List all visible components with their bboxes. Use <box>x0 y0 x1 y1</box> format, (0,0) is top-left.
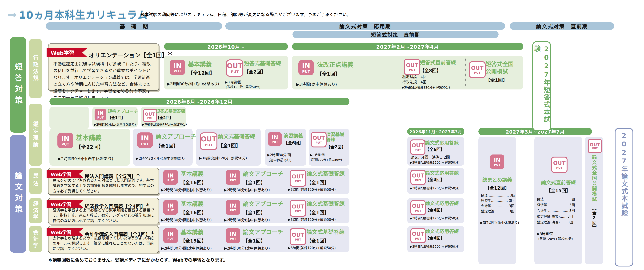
panel-kantei-kihon: INPUT 基本講義 【全22回】 ▶2時間30分/回(途中休憩あり) <box>50 129 130 166</box>
divider <box>221 228 221 250</box>
subject-tab-minpo: 民法 <box>29 168 42 194</box>
divider <box>286 170 286 192</box>
course-duration: (答練120分+解説50分) <box>311 157 342 161</box>
course-count: 【全1回】 <box>156 142 178 149</box>
webbox-title: オリエンテーション【全1回】＊ <box>89 50 172 59</box>
input-badge: INPUT <box>226 200 240 215</box>
detail-line: 鑑定理論(演習)…… 3回 <box>537 219 575 225</box>
panel-enshu-kiso: OUTPUT 演習基礎答練 【全2回】 ▶3時間/回 (答練120分+解説50分… <box>309 129 350 166</box>
course-count: 【全6回】 <box>425 146 445 152</box>
course-title: 論文式応用答練 <box>425 170 459 176</box>
subject-tab-keizaigaku: 経済学 <box>29 198 42 223</box>
input-badge: INPUT <box>226 228 240 243</box>
course-count: 【全22回】 <box>76 143 104 150</box>
course-title: 短答式直前答練 <box>420 60 456 66</box>
course-count: 【全13回】 <box>180 237 206 244</box>
subject-label: 経済学 <box>32 201 40 221</box>
output-badge: OUTPUT <box>290 170 306 187</box>
course-duration: ▶3時間/回(答練120分+解説50分) <box>410 186 460 190</box>
course-title: 論文式基礎答練 <box>306 171 345 177</box>
phase-bar-kiso: 基 礎 期 <box>46 22 222 30</box>
input-badge: INPUT <box>298 60 314 75</box>
course-count: 【全4回】 <box>425 207 445 213</box>
course-title: 論文式基礎答練 <box>306 201 345 207</box>
course-detail: 行政法規…4回 <box>402 79 426 85</box>
tab-tanto-label: 短答対策 <box>13 63 24 107</box>
divider <box>221 170 221 192</box>
course-title: 短答式基礎答練 <box>244 60 281 66</box>
subject-tab-kaikeigaku: 会計学 <box>29 226 42 252</box>
course-count: 【全1回】 <box>218 142 241 149</box>
panel-enshu-kogi: INPUT 演習講義 【全6回】 ▶2時間30分/回 (途中休憩あり) <box>265 129 306 166</box>
detail-line: 会計学 ……………… 3回 <box>537 208 575 214</box>
course-count: 【全2回】 <box>326 144 346 149</box>
course-duration: ▶3時間/回 <box>310 152 325 157</box>
panel-gyosei-kiso: INPUT 基本講義 【全12回】 ▶2時間30分/回 (途中休憩あり) OUT… <box>164 56 288 90</box>
course-duration: ▶3時間(答練120分+解説50分) <box>288 187 336 192</box>
panel-ronbun-chokuzen: OUTPUT 論文式直前答練 【全15回】 民法 ………………… 3回 経済学 … <box>534 136 582 265</box>
course-title: 論文アプローチ <box>243 201 283 207</box>
course-duration: ▶3時間/回 <box>225 79 242 84</box>
detail-line: 民法 ……………… 3回 <box>481 193 516 198</box>
webbox-body: 民法を初めて学習される方を対象とした入門講義です。基本講義を学習する上での前提知… <box>53 178 154 194</box>
subject-tab-gyoseihoki: 行政法規 <box>29 39 42 98</box>
course-title: 演習基礎答練 <box>326 132 348 142</box>
output-badge: OUTPUT <box>551 156 568 173</box>
webbox-body: 不動産鑑定士試験は試験科目が多岐にわたり、複数の科目を並行して学習できるかが重要… <box>53 61 154 101</box>
course-title: 論文アプローチ <box>243 229 283 236</box>
course-title: 基本講義 <box>188 61 212 68</box>
course-detail: 鑑定理論…4回 <box>402 74 426 79</box>
detail-line: 経済学 ……………… 3回 <box>537 202 575 208</box>
course-title: 論文式応用答練 <box>425 140 459 146</box>
webbox-keizai: Web学習 経済数学入門講義【全4回】＊ 経済学を学習する上で必要となる数学知識… <box>48 198 159 224</box>
course-duration: (答練120分+解説50分) <box>226 84 260 89</box>
course-duration: ▶3時間(答練120分+解説50分) <box>199 155 247 160</box>
output-badge: OUTPUT <box>588 139 602 153</box>
course-duration: (途中休憩あり) <box>269 157 291 162</box>
row-minpo: INPUT 基本講義 【全16回】 ▶2時間30分/回(途中休憩あり) INPU… <box>159 168 350 194</box>
panel-minpo-oyo: OUTPUT 論文式応用答練 【全4回】 ▶3時間/回(答練120分+解説50分… <box>407 168 464 194</box>
course-count: 【全1回】 <box>317 70 340 77</box>
exam-box-tanto: 2027年短答式本試験 <box>532 41 551 131</box>
course-count: 【全16回】 <box>180 209 206 216</box>
course-duration: ▶3時間(答練120分+解説50分) <box>288 245 336 250</box>
input-badge: INPUT <box>490 154 504 169</box>
course-count: 【全1回】 <box>306 209 329 216</box>
detail-line: 民法 ………………… 3回 <box>537 196 575 202</box>
course-count: 【全12回】 <box>188 69 215 76</box>
course-count: 【全2回】 <box>591 206 597 230</box>
footnote: ＊講義回数に含めておりません。受講メディアにかかわらず、Webでの学習となります… <box>48 257 228 263</box>
course-count: 【全1回】 <box>243 179 266 186</box>
course-title: 論文式直前答練 <box>534 180 582 185</box>
web-ribbon: Web学習 <box>46 170 83 178</box>
course-title-text: 論文式全国公開模試 <box>591 154 597 202</box>
output-badge: OUTPUT <box>226 59 243 77</box>
output-badge: OUTPUT <box>311 132 326 147</box>
phase-bar-oyo: 論文式対策 応用期 <box>225 22 505 30</box>
output-badge: OUTPUT <box>410 170 426 185</box>
course-count: 【全1回】 <box>306 179 329 186</box>
web-ribbon: Web学習 <box>46 48 87 57</box>
panel-gyosei-chokuzen: INPUT 法改正点講義 【全1回】 ▶3時間(途中休憩あり) OUTPUT 短… <box>292 56 523 90</box>
date-bar-2026-11-2027-03: 2026年11月~2027年3月 <box>407 128 464 135</box>
course-duration: ▶2時間30分(途中休憩あり) <box>224 217 270 222</box>
row-keizai: INPUT 基本講義 【全16回】 ▶2時間30分/回(途中休憩あり) INPU… <box>159 198 350 223</box>
exam-box-ronbun: 2027年論文式本試験 <box>615 128 633 267</box>
panel-kaikei-oyo: OUTPUT 論文式応用答練 【全4回】 ▶3時間/回(答練120分+解説50分… <box>407 226 464 252</box>
output-badge: OUTPUT <box>290 200 306 217</box>
panel-keizai-oyo: OUTPUT 論文式応用答練 【全4回】 ▶3時間/回(答練120分+解説50分… <box>407 198 464 223</box>
course-duration: ▶2時間30分/回 <box>267 152 291 157</box>
course-title: 演習講義 <box>284 133 303 139</box>
course-title: 基本講義 <box>180 201 204 207</box>
course-duration: ▶3時間/回(答練120分+解説50分) <box>142 122 187 126</box>
input-badge: INPUT <box>163 228 178 243</box>
subject-label: 民法 <box>32 173 40 189</box>
course-count: 【全16回】 <box>180 179 206 186</box>
course-duration: ▶3時間/回(答練120分+解説50分) <box>410 160 460 164</box>
output-badge: OUTPUT <box>469 61 486 78</box>
course-duration: ▶3時間(途中休憩あり) <box>296 81 337 87</box>
exam-label: 2027年短答式本試験 <box>532 42 551 130</box>
panel-tanto-approach: INPUT 短答アプローチ 【全1回】 ▶2時間30分/回(途中休憩あり) <box>92 107 138 128</box>
webbox-kaikei: Web学習 会計学簿記入門講義【全1回】＊ 会計学を攻略するために最低限知ってお… <box>48 226 159 253</box>
course-title: 論文式応用答練 <box>425 229 459 234</box>
